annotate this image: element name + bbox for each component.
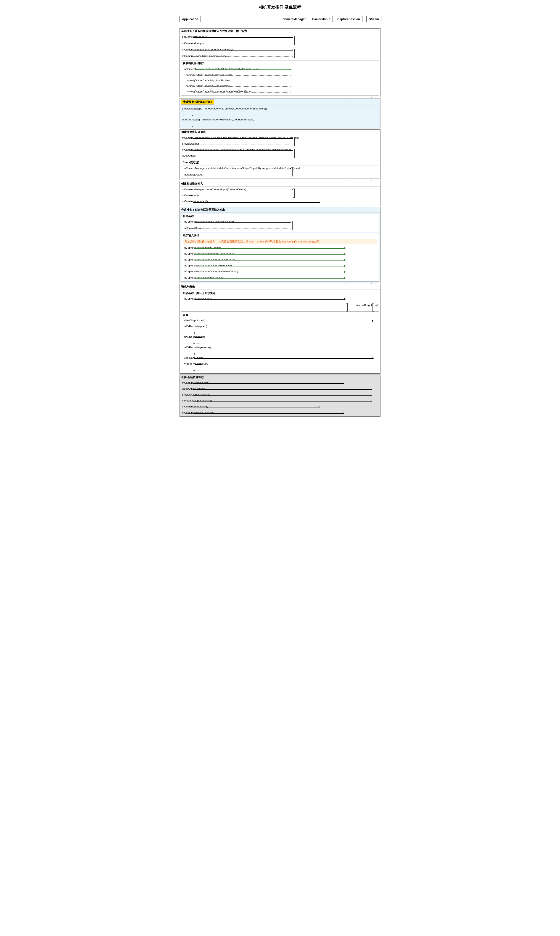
- section-session-prepare: 会话准备：创建会话并配置输入输出 创建会话 mCameraManager.cre…: [180, 207, 380, 283]
- section-create-session: 创建会话 mCameraManager.createCaptureSession…: [181, 214, 379, 232]
- actor-cameramanager: CameraManager: [280, 16, 308, 22]
- page-container: 相机开发指导 录像流程 Application CameraManager Ca…: [177, 0, 383, 424]
- section-surface: 申请预览与录像surface previewSurfaceId = mXComp…: [180, 98, 380, 128]
- page-title: 相机开发指导 录像流程: [180, 2, 380, 12]
- arrow-get-camera-manager: getCameraManager(): [180, 34, 380, 40]
- arrow-get-output-capability: mCameraManager.getSupportedOutputCapabil…: [182, 66, 378, 72]
- actor-stream: Stream: [366, 16, 382, 22]
- arrow-get-supported-cameras: mCameraManager.getSupportedCameras(): [180, 47, 380, 53]
- section-create-input: 创建相机设备输入 mCameraManager.createCameraInpu…: [180, 181, 380, 206]
- section-basics: 基础准备：获取相机管理对象以及设备对象、输出能力 getCameraManage…: [180, 28, 380, 97]
- section-start-session: 启动会话，默认开启预览流 mCaptureSession.start() pre…: [181, 291, 379, 312]
- arrow-return-camera-manager: mCameraManager: [180, 40, 380, 47]
- arrow-return-device-array: mCameraDeviceArray:[CameraDevice]: [180, 53, 380, 60]
- section-preview-record: 预览与录像 启动会话，默认开启预览流 mCaptureSession.start…: [180, 284, 380, 374]
- section-basics-label: 基础准备：获取相机管理对象以及设备对象、输出能力: [180, 29, 380, 34]
- actor-application: Application: [180, 16, 201, 22]
- actor-capturesession: CaptureSession: [335, 16, 362, 22]
- actor-camerainput: CameraInput: [310, 16, 333, 22]
- subsection-meta: (meta流可选) mCameraManager.createMetadataO…: [181, 160, 379, 179]
- subsection-output-capability: 获取相机输出能力 mCameraManager.getSupportedOutp…: [181, 60, 379, 96]
- section-release: 设备/会话资源释放 mCaptureSession.stop() videoOu…: [180, 375, 380, 416]
- section-create-streams: 创建预览流与录像流 mCameraManager.createPreviewOu…: [180, 130, 380, 180]
- section-record: 录像 videoOutput.start() mAVRecorder.start…: [181, 313, 379, 372]
- section-add-io: 添加输入输出 每次添加/移除输入输出时，均需要重新进行配置，即add，remov…: [181, 233, 379, 282]
